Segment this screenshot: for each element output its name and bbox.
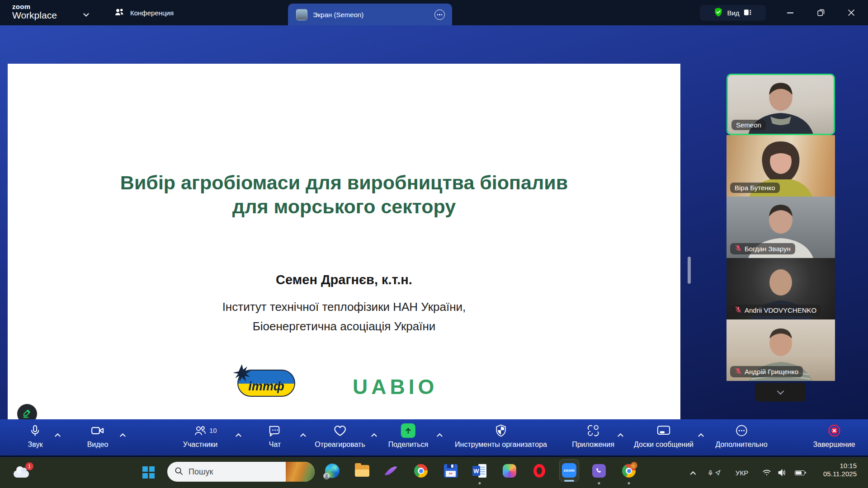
tray-mic-location-indicators[interactable] — [708, 457, 721, 488]
audio-label: Звук — [28, 441, 43, 449]
host-tools-button[interactable]: Инструменты организатора — [455, 423, 547, 449]
whiteboard-options-chevron[interactable] — [695, 429, 706, 440]
slide-title: Вибір агробіомаси для виробництва біопал… — [8, 171, 680, 219]
zoom-running-indicator — [564, 480, 574, 482]
opera-icon[interactable] — [532, 464, 547, 478]
workspace-chevron-down-icon[interactable] — [82, 10, 92, 20]
tab-screen-share[interactable]: Экран (Semeon) — [288, 4, 452, 25]
react-label: Отреагировать — [315, 441, 365, 449]
close-button[interactable] — [844, 5, 859, 20]
video-button[interactable]: Видео — [87, 423, 108, 449]
slide-org-line1: Інститут технічної теплофізики НАН Украї… — [8, 297, 680, 317]
chrome-flame-icon[interactable] — [622, 464, 636, 478]
search-highlight-image[interactable] — [286, 462, 315, 482]
taskbar-search[interactable]: Пошук — [167, 462, 315, 482]
participant-tile-andrii-v[interactable]: Andrii VDOVYCHENKO — [726, 258, 835, 319]
more-label: Дополнительно — [715, 441, 767, 449]
react-options-chevron[interactable] — [368, 429, 379, 440]
share-button[interactable]: Поделиться — [388, 423, 428, 449]
tray-time: 10:15 — [809, 462, 857, 470]
feather-app-icon[interactable] — [383, 464, 398, 478]
floppy-app-icon[interactable]: 64 — [443, 464, 458, 478]
brand-workplace-text: Workplace — [12, 10, 57, 20]
muted-mic-icon — [735, 367, 742, 376]
more-participants-button[interactable] — [755, 383, 806, 402]
meeting-stage: Вибір агробіомаси для виробництва біопал… — [0, 25, 868, 419]
zoom-workplace-logo: zoom Workplace — [12, 3, 57, 20]
tray-mic-icon — [708, 469, 713, 477]
participant-name-pill: Віра Бутенко — [730, 183, 780, 193]
windows-logo-icon — [142, 466, 155, 479]
react-button[interactable]: Отреагировать — [315, 423, 365, 449]
participant-name: Semeon — [736, 121, 761, 129]
ittf-logo: іттф — [237, 370, 295, 397]
people-icon — [114, 7, 125, 19]
restore-button[interactable] — [813, 5, 829, 20]
weather-cloud-icon — [14, 470, 29, 478]
participant-tile-bohdan[interactable]: Богдан Зварун — [726, 197, 835, 258]
participant-tile-andrii-h[interactable]: Андрій Грищенко — [726, 319, 835, 381]
zoom-app-icon[interactable]: zoom — [562, 463, 576, 478]
participant-tile-semeon[interactable]: Semeon — [726, 74, 835, 135]
minimize-button[interactable] — [783, 5, 798, 20]
share-options-chevron[interactable] — [434, 429, 445, 440]
participants-label: Участники — [183, 441, 217, 449]
apps-options-chevron[interactable] — [615, 429, 626, 440]
audio-button[interactable]: Звук — [28, 423, 43, 449]
participants-button[interactable]: Участники 10 — [183, 423, 217, 449]
participant-tile-vira[interactable]: Віра Бутенко — [726, 135, 835, 197]
zoom-workplace-window: zoom Workplace Конференция Экран (Semeon… — [0, 0, 868, 488]
muted-mic-icon — [735, 244, 742, 253]
tray-show-hidden-icons[interactable] — [691, 457, 695, 488]
end-meeting-label: Завершение — [813, 441, 855, 449]
tray-battery-icon[interactable] — [795, 457, 805, 488]
microphone-icon — [29, 423, 42, 438]
chrome-flame-running-indicator — [628, 482, 630, 484]
stage-scrollbar-thumb[interactable] — [688, 257, 691, 284]
pencil-icon — [22, 408, 33, 420]
tray-clock[interactable]: 10:15 05.11.2025 — [809, 462, 857, 478]
apps-button[interactable]: Приложения — [572, 423, 614, 449]
search-placeholder: Пошук — [189, 467, 286, 477]
viber-running-indicator — [598, 482, 600, 484]
tray-date: 05.11.2025 — [809, 470, 857, 478]
word-icon[interactable]: W — [472, 464, 487, 478]
viber-icon[interactable] — [592, 464, 606, 478]
view-button[interactable]: Вид — [700, 5, 766, 21]
layout-view-icon — [744, 9, 752, 18]
participant-name: Андрій Грищенко — [745, 368, 798, 375]
slide-title-line1: Вибір агробіомаси для виробництва біопал… — [8, 171, 680, 195]
end-meeting-button[interactable]: Завершение — [813, 423, 855, 449]
heart-icon — [333, 423, 347, 438]
tab-conference[interactable]: Конференция — [114, 0, 174, 25]
chrome-icon[interactable] — [414, 464, 428, 478]
host-tools-shield-icon — [495, 423, 507, 438]
video-options-chevron[interactable] — [117, 429, 128, 440]
tray-volume-icon[interactable] — [777, 457, 786, 488]
tray-wifi-icon[interactable] — [762, 457, 771, 488]
whiteboard-button[interactable]: Доски сообщений — [634, 423, 693, 449]
edge-icon[interactable] — [325, 464, 340, 478]
tab-conference-label: Конференция — [130, 9, 174, 17]
chat-options-chevron[interactable] — [297, 429, 308, 440]
participant-name-pill: Semeon — [731, 120, 766, 130]
more-button[interactable]: Дополнительно — [715, 423, 767, 449]
security-shield-icon — [714, 7, 723, 19]
screen-share-thumbnail — [296, 9, 307, 20]
chat-button[interactable]: Чат — [268, 423, 282, 449]
tab-options-ellipsis-icon[interactable] — [434, 9, 445, 20]
start-button[interactable] — [138, 462, 158, 482]
slide-title-line2: для морського сектору — [8, 195, 680, 219]
word-letter: W — [472, 466, 480, 476]
chat-icon — [268, 423, 282, 438]
widgets-weather-button[interactable]: 1 — [10, 461, 34, 485]
edge-profile-avatar — [323, 473, 330, 479]
tray-language[interactable]: УКР — [736, 457, 748, 488]
ittf-logo-text: іттф — [248, 380, 284, 393]
view-button-label: Вид — [727, 9, 739, 17]
participants-options-chevron[interactable] — [233, 429, 244, 440]
copilot-icon[interactable] — [502, 464, 517, 478]
muted-mic-icon — [735, 306, 742, 314]
file-explorer-icon[interactable] — [355, 464, 369, 478]
audio-options-chevron[interactable] — [52, 429, 63, 440]
